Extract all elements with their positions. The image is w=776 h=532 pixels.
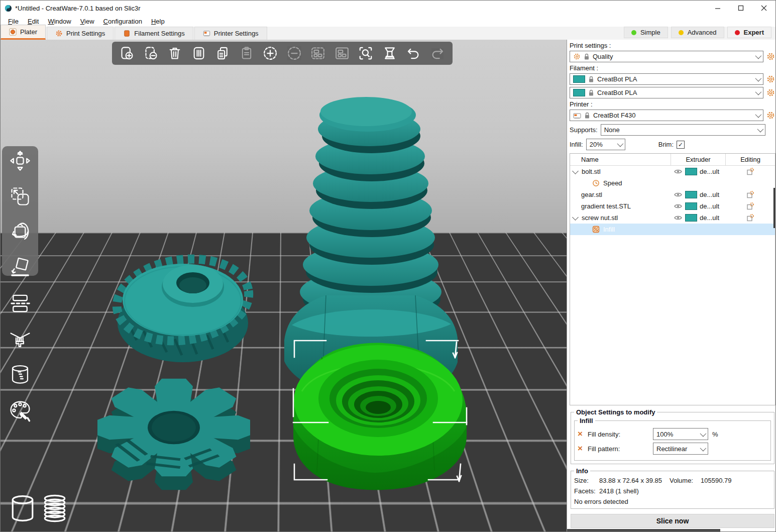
error-status: No errors detected xyxy=(574,498,771,505)
zoom-search-button[interactable] xyxy=(358,45,374,61)
lock-icon xyxy=(584,53,590,60)
rotate-tool-button[interactable] xyxy=(9,221,32,244)
arrange-button[interactable] xyxy=(191,45,207,61)
menu-window[interactable]: Window xyxy=(43,17,75,26)
tab-print-settings[interactable]: Print Settings xyxy=(47,27,114,40)
visibility-eye-icon[interactable] xyxy=(671,169,685,174)
layer-height-tool-button[interactable] xyxy=(9,363,32,386)
visibility-eye-icon[interactable] xyxy=(671,192,685,197)
decrease-copies-button[interactable] xyxy=(286,45,302,61)
filament-combo-2[interactable]: CreatBot PLA xyxy=(570,87,763,98)
chevron-down-icon xyxy=(755,53,762,59)
visibility-eye-icon[interactable] xyxy=(671,203,685,209)
object-edit-icon[interactable] xyxy=(726,214,775,222)
filament-label: Filament : xyxy=(570,64,776,72)
chevron-down-icon xyxy=(755,75,762,82)
layers-view-button[interactable] xyxy=(41,493,69,524)
table-row-infill-modifier[interactable]: Infill xyxy=(570,224,775,235)
remove-object-button[interactable] xyxy=(143,45,159,61)
mode-simple-button[interactable]: Simple xyxy=(624,27,668,38)
mode-label: Expert xyxy=(744,29,764,36)
delete-all-button[interactable] xyxy=(167,45,183,61)
visibility-eye-icon[interactable] xyxy=(671,215,685,221)
chevron-down-icon xyxy=(700,445,707,451)
title-bar: *Untitled - CreatWare-7.0.1 based on Sli… xyxy=(1,1,775,16)
print-settings-combo[interactable]: Quality xyxy=(570,51,763,62)
remove-setting-icon[interactable]: × xyxy=(578,431,588,438)
increase-copies-button[interactable] xyxy=(262,45,278,61)
redo-button[interactable] xyxy=(429,45,446,61)
tab-plater[interactable]: Plater xyxy=(1,25,46,40)
paint-tool-button[interactable] xyxy=(9,399,32,422)
table-row-screw-nut[interactable]: screw nut.stl de...ult xyxy=(570,212,775,224)
lock-icon xyxy=(588,89,594,96)
printer-combo[interactable]: CreatBot F430 xyxy=(570,110,763,121)
table-row-bolt[interactable]: bolt.stl de...ult xyxy=(570,166,775,177)
menu-help[interactable]: Help xyxy=(147,17,169,26)
copy-button[interactable] xyxy=(214,45,231,61)
undo-button[interactable] xyxy=(405,45,421,61)
object-edit-icon[interactable] xyxy=(726,202,775,210)
close-button[interactable] xyxy=(752,1,775,16)
filament-1-gear-button[interactable] xyxy=(765,74,775,84)
remove-setting-icon[interactable]: × xyxy=(578,445,588,452)
slice-now-button[interactable]: Slice now xyxy=(571,514,774,528)
filament-combo-1[interactable]: CreatBot PLA xyxy=(570,73,763,85)
fill-density-suffix: % xyxy=(712,431,718,438)
scale-tool-button[interactable] xyxy=(9,185,32,208)
viewport-toolbar xyxy=(112,42,453,65)
object-edit-icon[interactable] xyxy=(726,168,775,175)
tab-label: Print Settings xyxy=(66,30,105,37)
chevron-expanded-icon[interactable] xyxy=(572,214,579,221)
solid-view-button[interactable] xyxy=(9,493,37,524)
chevron-down-icon xyxy=(757,126,764,133)
printer-gear-button[interactable] xyxy=(765,111,775,121)
mode-expert-button[interactable]: Expert xyxy=(727,27,771,38)
column-editing[interactable]: Editing xyxy=(726,154,775,165)
object-edit-icon[interactable] xyxy=(726,191,775,198)
print-settings-gear-button[interactable] xyxy=(765,52,775,62)
infill-label: Infill: xyxy=(570,141,583,148)
chevron-expanded-icon[interactable] xyxy=(572,168,579,174)
fill-density-select[interactable]: 100% xyxy=(653,428,708,440)
gear-icon xyxy=(573,53,581,60)
printer-value: CreatBot F430 xyxy=(593,112,636,119)
infill-select[interactable]: 20% xyxy=(586,139,625,150)
fill-pattern-select[interactable]: Rectilinear xyxy=(653,443,708,455)
cut-tool-button[interactable] xyxy=(9,292,32,315)
extruder-value: de...ult xyxy=(700,191,719,198)
table-row-gear[interactable]: gear.stl de...ult xyxy=(570,189,775,200)
filament-value: CreatBot PLA xyxy=(597,89,637,96)
supports-select[interactable]: None xyxy=(601,124,765,136)
column-name[interactable]: Name xyxy=(570,154,671,165)
minimize-button[interactable] xyxy=(706,1,729,16)
menu-configuration[interactable]: Configuration xyxy=(99,17,147,26)
table-row-gradient-test[interactable]: gradient test.STL de...ult xyxy=(570,200,775,212)
tab-filament-settings[interactable]: Filament Settings xyxy=(115,27,193,40)
table-scrollbar[interactable] xyxy=(773,188,775,228)
support-paint-tool-button[interactable] xyxy=(9,328,32,351)
print-settings-label: Print settings : xyxy=(570,42,776,49)
split-to-objects-button[interactable] xyxy=(310,45,326,61)
column-extruder[interactable]: Extruder xyxy=(671,154,726,165)
mode-advanced-button[interactable]: Advanced xyxy=(671,27,724,38)
layers-preview-button[interactable] xyxy=(382,45,398,61)
3d-viewport[interactable] xyxy=(1,40,567,532)
brim-checkbox[interactable]: ✓ xyxy=(677,141,685,149)
object-settings-title: Object Settings to modify xyxy=(574,408,657,416)
split-to-parts-button[interactable] xyxy=(334,45,350,61)
printer-icon xyxy=(573,112,581,119)
add-object-button[interactable] xyxy=(119,45,135,61)
status-strip xyxy=(567,529,720,532)
tab-printer-settings[interactable]: Printer Settings xyxy=(194,27,267,40)
extruder-color-swatch xyxy=(685,191,697,198)
menu-view[interactable]: View xyxy=(76,17,99,26)
simple-dot-icon xyxy=(631,30,636,35)
place-on-face-tool-button[interactable] xyxy=(9,256,32,279)
paste-button[interactable] xyxy=(239,45,255,61)
maximize-button[interactable] xyxy=(729,1,752,16)
filament-2-gear-button[interactable] xyxy=(765,88,775,98)
tab-label: Printer Settings xyxy=(214,30,259,37)
table-row-speed-modifier[interactable]: Speed xyxy=(570,177,775,189)
move-tool-button[interactable] xyxy=(9,149,32,172)
